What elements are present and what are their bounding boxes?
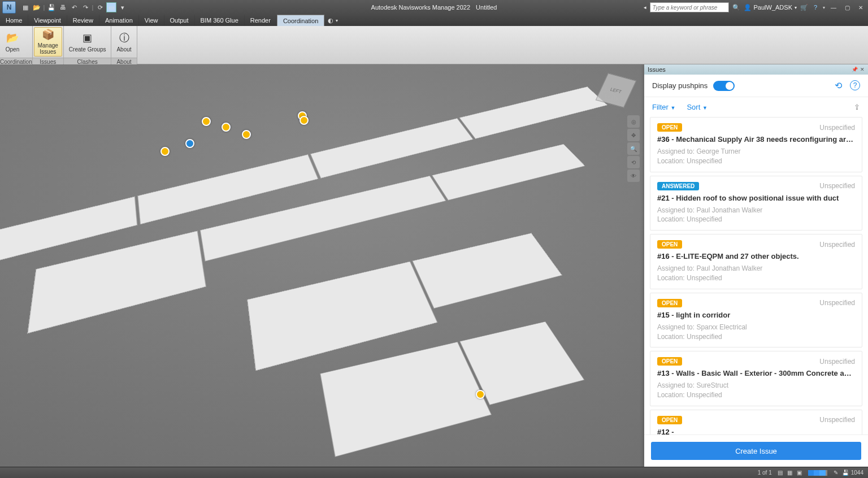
share-icon[interactable]: ⇪	[854, 103, 860, 111]
tab-coordination[interactable]: Coordination	[277, 15, 324, 26]
open-label: Open	[6, 46, 19, 53]
panel-help-icon[interactable]: ?	[850, 80, 860, 90]
pan-icon[interactable]: ✥	[627, 129, 640, 141]
tab-animation[interactable]: Animation	[99, 15, 139, 26]
chevron-down-icon: ▼	[702, 105, 708, 111]
quick-access-toolbar: ▦ 📂 | 💾 🖶 ↶ ↷ | ⟳ ▭ ▾	[20, 2, 128, 12]
manage-issues-button[interactable]: 📦 Manage Issues	[34, 27, 62, 57]
create-issue-button[interactable]: Create Issue	[651, 442, 861, 460]
issue-card[interactable]: ANSWEREDUnspecified#21 - Hidden roof to …	[650, 176, 862, 231]
user-dropdown-icon[interactable]: ▾	[795, 5, 797, 10]
qat-select-icon[interactable]: ▭	[106, 2, 116, 12]
separator: |	[43, 2, 45, 12]
qat-open-icon[interactable]: 📂	[32, 2, 42, 12]
issue-category: Unspecified	[819, 182, 855, 190]
qat-refresh-icon[interactable]: ⟳	[95, 2, 105, 12]
issue-title: #13 - Walls - Basic Wall - Exterior - 30…	[657, 369, 855, 377]
pushpin[interactable]	[242, 130, 251, 139]
issue-assigned: Assigned to: SureStruct	[657, 381, 855, 390]
about-button[interactable]: ⓘ About	[112, 27, 135, 57]
status-badge: ANSWERED	[657, 182, 699, 190]
look-icon[interactable]: 👁	[627, 170, 640, 182]
tab-viewpoint[interactable]: Viewpoint	[28, 15, 67, 26]
user-account[interactable]: 👤 PaulW_ADSK ▾	[744, 3, 797, 11]
issue-assigned: Assigned to: Paul Jonathan Walker	[657, 264, 855, 273]
steering-wheel-icon[interactable]: ◎	[627, 115, 640, 128]
issue-assigned: Assigned to: Paul Jonathan Walker	[657, 206, 855, 215]
qat-print-icon[interactable]: 🖶	[58, 2, 68, 12]
titlebar: N ▦ 📂 | 💾 🖶 ↶ ↷ | ⟳ ▭ ▾ Autodesk Naviswo…	[0, 0, 868, 15]
create-groups-button[interactable]: ▣ Create Groups	[65, 27, 110, 57]
issue-category: Unspecified	[819, 299, 855, 307]
qat-dropdown-icon[interactable]: ▾	[118, 2, 128, 12]
layout-icon[interactable]: ▣	[796, 469, 804, 477]
main-viewport-container: LEFT ◎ ✥ 🔍 ⟲ 👁 Issues 📌 ✕ Display pushpi…	[0, 64, 868, 467]
ribbon-extra-icon[interactable]: ◐	[328, 17, 333, 24]
maximize-button[interactable]: ▢	[842, 3, 852, 12]
issue-category: Unspecified	[819, 416, 855, 424]
pushpin[interactable]	[300, 116, 309, 125]
pushpin[interactable]	[222, 123, 231, 132]
info-icon: ⓘ	[118, 32, 131, 45]
cart-icon[interactable]: 🛒	[800, 3, 808, 11]
pencil-icon[interactable]: ✎	[832, 469, 840, 477]
issue-title: #36 - Mechanical Supply Air 38 needs rec…	[657, 135, 855, 144]
help-dropdown-icon[interactable]: ▾	[823, 5, 825, 10]
memory-indicator: 1044	[851, 470, 863, 476]
issue-category: Unspecified	[819, 358, 855, 366]
minimize-button[interactable]: —	[828, 3, 839, 12]
issues-panel-header[interactable]: Issues 📌 ✕	[644, 64, 868, 75]
help-icon[interactable]: ?	[811, 3, 819, 11]
ribbon-tabs: Home Viewpoint Review Animation View Out…	[0, 15, 868, 26]
issue-location: Location: Unspecified	[657, 215, 855, 224]
chevron-down-icon: ▼	[671, 105, 676, 111]
search-input[interactable]	[650, 2, 729, 12]
orbit-icon[interactable]: ⟲	[627, 156, 640, 168]
refresh-icon[interactable]: ⟲	[835, 80, 842, 91]
create-groups-label: Create Groups	[69, 46, 106, 53]
pushpin[interactable]	[202, 117, 211, 126]
open-button[interactable]: 📂 Open	[1, 27, 24, 57]
status-badge: OPEN	[657, 240, 682, 249]
page-indicator: 1 of 1	[758, 470, 772, 476]
qat-save-icon[interactable]: 💾	[46, 2, 57, 12]
issue-category: Unspecified	[819, 124, 855, 132]
zoom-icon[interactable]: 🔍	[627, 142, 640, 155]
app-logo[interactable]: N	[2, 1, 16, 14]
display-pushpins-toggle[interactable]	[713, 81, 735, 91]
panel-close-icon[interactable]: ✕	[860, 67, 865, 72]
issue-card[interactable]: OPENUnspecified#12 -	[650, 410, 862, 434]
grid-icon[interactable]: ▦	[786, 469, 794, 477]
tab-review[interactable]: Review	[67, 15, 99, 26]
issue-card[interactable]: OPENUnspecified#15 - light in corridorAs…	[650, 293, 862, 348]
tab-render[interactable]: Render	[245, 15, 277, 26]
qat-new-icon[interactable]: ▦	[20, 2, 31, 12]
ribbon-collapse-icon[interactable]: ▾	[336, 18, 338, 23]
separator: |	[92, 2, 94, 12]
status-badge: OPEN	[657, 299, 682, 307]
qat-redo-icon[interactable]: ↷	[80, 2, 90, 12]
issue-card[interactable]: OPENUnspecified#36 - Mechanical Supply A…	[650, 117, 862, 172]
groups-icon: ▣	[81, 32, 94, 45]
issue-card[interactable]: OPENUnspecified#13 - Walls - Basic Wall …	[650, 351, 862, 406]
tab-output[interactable]: Output	[164, 15, 195, 26]
issue-assigned: Assigned to: Sparxx Electrical	[657, 323, 855, 332]
issue-card[interactable]: OPENUnspecified#16 - E-LITE-EQPM and 27 …	[650, 234, 862, 289]
tab-view[interactable]: View	[139, 15, 164, 26]
tab-bim360glue[interactable]: BIM 360 Glue	[195, 15, 245, 26]
qat-undo-icon[interactable]: ↶	[69, 2, 79, 12]
sheet-icon[interactable]: ▤	[776, 469, 784, 477]
close-button[interactable]: ✕	[856, 3, 866, 12]
pushpin[interactable]	[476, 390, 485, 399]
issues-list[interactable]: OPENUnspecified#36 - Mechanical Supply A…	[644, 117, 868, 434]
issue-assigned: Assigned to: George Turner	[657, 147, 855, 157]
panel-pin-icon[interactable]: 📌	[852, 67, 858, 72]
disk-icon[interactable]: 💾	[841, 469, 849, 477]
tab-home[interactable]: Home	[0, 15, 28, 26]
sort-button[interactable]: Sort ▼	[687, 103, 707, 111]
search-icon[interactable]: 🔍	[732, 3, 740, 11]
pushpin[interactable]	[185, 139, 194, 148]
performance-bars-icon	[808, 470, 827, 476]
pushpin[interactable]	[160, 147, 170, 156]
filter-button[interactable]: Filter ▼	[652, 103, 675, 111]
